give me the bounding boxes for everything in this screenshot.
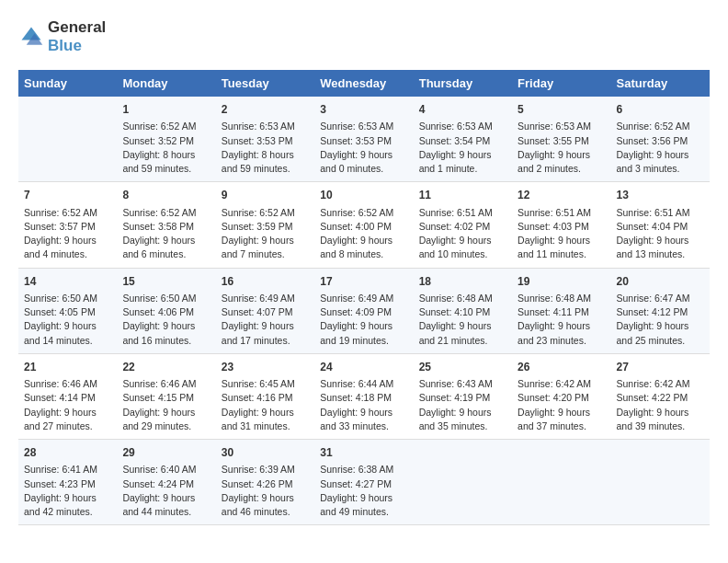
day-info-line: Daylight: 9 hours (222, 319, 309, 333)
calendar-cell: 22Sunrise: 6:46 AMSunset: 4:15 PMDayligh… (117, 353, 215, 439)
logo-icon (18, 24, 44, 50)
calendar-cell: 2Sunrise: 6:53 AMSunset: 3:53 PMDaylight… (216, 97, 314, 182)
day-info-line: Sunrise: 6:53 AM (518, 120, 605, 133)
day-number: 6 (617, 102, 704, 118)
calendar-cell: 27Sunrise: 6:42 AMSunset: 4:22 PMDayligh… (611, 353, 710, 439)
day-info-line: Sunrise: 6:52 AM (222, 206, 309, 220)
weekday-header-friday: Friday (512, 70, 610, 97)
day-info-line: Sunset: 4:20 PM (518, 391, 605, 405)
day-info-line: Sunrise: 6:42 AM (617, 377, 704, 391)
day-info-line: Sunrise: 6:52 AM (24, 206, 111, 220)
day-info-line: and 37 minutes. (518, 419, 605, 433)
day-info-line: Sunrise: 6:51 AM (518, 206, 605, 220)
day-number: 22 (122, 360, 210, 375)
day-info-line: Sunset: 4:26 PM (222, 477, 309, 491)
calendar-cell: 14Sunrise: 6:50 AMSunset: 4:05 PMDayligh… (18, 268, 117, 353)
day-info-line: Daylight: 9 hours (24, 491, 111, 505)
day-info-line: and 33 minutes. (320, 419, 407, 433)
day-number: 25 (419, 360, 506, 375)
day-info-line: Sunset: 4:02 PM (419, 220, 506, 234)
day-info-line: Sunset: 4:09 PM (320, 305, 407, 319)
calendar-cell: 9Sunrise: 6:52 AMSunset: 3:59 PMDaylight… (216, 182, 314, 268)
day-info-line: Sunset: 3:59 PM (222, 220, 309, 234)
day-number: 7 (24, 188, 111, 203)
calendar-cell: 23Sunrise: 6:45 AMSunset: 4:16 PMDayligh… (216, 353, 314, 439)
day-number: 26 (518, 360, 605, 375)
day-info-line: Daylight: 9 hours (320, 406, 407, 419)
day-info-line: Sunset: 4:23 PM (24, 477, 111, 491)
day-info-line: Sunrise: 6:51 AM (419, 206, 506, 220)
day-info-line: Sunset: 4:12 PM (617, 305, 704, 319)
day-info-line: Sunset: 4:11 PM (518, 305, 605, 319)
day-info-line: Daylight: 9 hours (419, 148, 506, 162)
day-info-line: Sunrise: 6:50 AM (24, 292, 111, 305)
day-info-line: and 1 minute. (419, 162, 506, 176)
day-number: 3 (320, 102, 407, 118)
day-info-line: Sunrise: 6:42 AM (518, 377, 605, 391)
day-number: 9 (222, 188, 309, 203)
day-info-line: Daylight: 9 hours (617, 148, 704, 162)
day-info-line: and 29 minutes. (122, 419, 210, 433)
day-info-line: and 59 minutes. (122, 162, 210, 176)
day-info-line: Sunset: 3:55 PM (518, 134, 605, 148)
day-info-line: Sunset: 4:14 PM (24, 391, 111, 405)
day-info-line: and 31 minutes. (222, 419, 309, 433)
day-info-line: Sunrise: 6:46 AM (24, 377, 111, 391)
day-info-line: Sunrise: 6:49 AM (222, 292, 309, 305)
day-info-line: Daylight: 8 hours (122, 148, 210, 162)
day-info-line: and 59 minutes. (222, 162, 309, 176)
day-number: 15 (122, 274, 210, 290)
calendar-cell: 18Sunrise: 6:48 AMSunset: 4:10 PMDayligh… (414, 268, 512, 353)
day-info-line: and 2 minutes. (518, 162, 605, 176)
calendar-cell: 12Sunrise: 6:51 AMSunset: 4:03 PMDayligh… (512, 182, 610, 268)
day-info-line: Sunset: 3:58 PM (122, 220, 210, 234)
day-info-line: and 6 minutes. (122, 247, 210, 261)
day-number: 1 (122, 102, 210, 118)
day-info-line: Sunset: 3:54 PM (419, 134, 506, 148)
day-info-line: Sunset: 4:24 PM (122, 477, 210, 491)
day-number: 31 (320, 445, 407, 461)
weekday-header-tuesday: Tuesday (216, 70, 314, 97)
day-info-line: and 42 minutes. (24, 505, 111, 519)
day-info-line: Sunrise: 6:44 AM (320, 377, 407, 391)
day-info-line: Sunset: 4:03 PM (518, 220, 605, 234)
day-info-line: Daylight: 9 hours (24, 319, 111, 333)
calendar-cell: 19Sunrise: 6:48 AMSunset: 4:11 PMDayligh… (512, 268, 610, 353)
day-info-line: Sunrise: 6:53 AM (320, 120, 407, 133)
day-number: 27 (617, 360, 704, 375)
day-info-line: Daylight: 9 hours (222, 406, 309, 419)
day-info-line: Sunrise: 6:48 AM (518, 292, 605, 305)
day-number: 19 (518, 274, 605, 290)
week-row-3: 14Sunrise: 6:50 AMSunset: 4:05 PMDayligh… (18, 268, 710, 353)
day-info-line: Daylight: 9 hours (617, 234, 704, 247)
weekday-header-wednesday: Wednesday (314, 70, 413, 97)
day-number: 28 (24, 445, 111, 461)
day-info-line: Daylight: 9 hours (320, 491, 407, 505)
calendar-cell (611, 440, 710, 525)
weekday-header-thursday: Thursday (414, 70, 512, 97)
day-info-line: Sunset: 3:53 PM (222, 134, 309, 148)
day-info-line: Daylight: 9 hours (518, 406, 605, 419)
weekday-header-sunday: Sunday (18, 70, 117, 97)
logo: General Blue (18, 18, 106, 55)
day-info-line: Daylight: 9 hours (320, 234, 407, 247)
logo-text: General Blue (48, 18, 106, 55)
day-info-line: Sunrise: 6:41 AM (24, 463, 111, 477)
calendar-cell: 8Sunrise: 6:52 AMSunset: 3:58 PMDaylight… (117, 182, 215, 268)
day-info-line: Sunset: 4:16 PM (222, 391, 309, 405)
day-info-line: Sunset: 4:18 PM (320, 391, 407, 405)
day-number: 8 (122, 188, 210, 203)
day-info-line: Sunrise: 6:49 AM (320, 292, 407, 305)
day-info-line: and 25 minutes. (617, 334, 704, 348)
day-info-line: and 44 minutes. (122, 505, 210, 519)
day-number: 14 (24, 274, 111, 290)
day-number: 11 (419, 188, 506, 203)
day-info-line: and 8 minutes. (320, 247, 407, 261)
calendar-cell: 28Sunrise: 6:41 AMSunset: 4:23 PMDayligh… (18, 440, 117, 525)
calendar-cell: 31Sunrise: 6:38 AMSunset: 4:27 PMDayligh… (314, 440, 413, 525)
day-number: 21 (24, 360, 111, 375)
day-number: 16 (222, 274, 309, 290)
calendar-cell: 5Sunrise: 6:53 AMSunset: 3:55 PMDaylight… (512, 97, 610, 182)
day-number: 12 (518, 188, 605, 203)
week-row-5: 28Sunrise: 6:41 AMSunset: 4:23 PMDayligh… (18, 440, 710, 525)
